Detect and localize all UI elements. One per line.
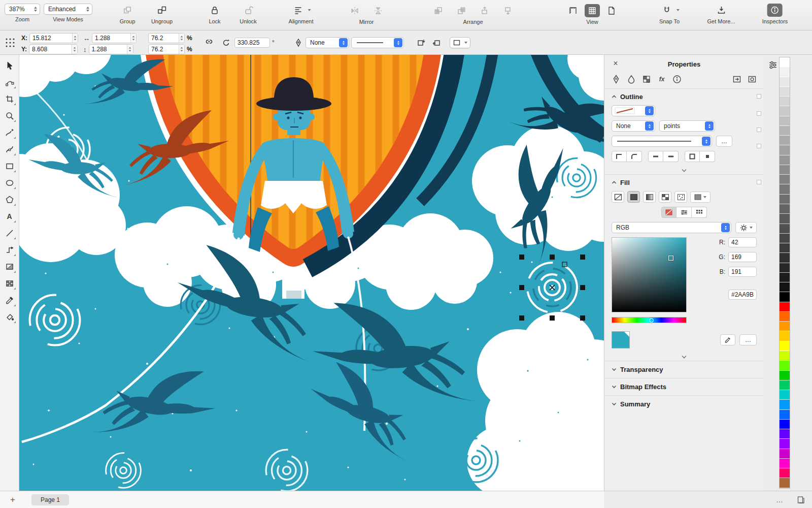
frame-icon-button[interactable] [730, 73, 743, 85]
palette-swatch[interactable] [780, 204, 790, 214]
canvas[interactable] [19, 55, 604, 491]
palette-swatch[interactable] [780, 234, 790, 243]
palette-swatch[interactable] [780, 351, 790, 361]
to-front-button[interactable] [477, 4, 492, 17]
powerclip-icon-button[interactable] [746, 73, 759, 85]
color-sliders-button[interactable] [676, 207, 692, 218]
palette-swatch[interactable] [780, 97, 790, 106]
palette-swatch[interactable] [780, 126, 790, 136]
ellipse-tool[interactable] [2, 175, 17, 190]
palette-swatch[interactable] [780, 371, 790, 380]
pattern-fill-button[interactable] [659, 191, 671, 203]
bitmap-effects-section-header[interactable]: Bitmap Effects [604, 378, 764, 395]
stepper-arrows[interactable] [72, 45, 77, 54]
palette-swatch[interactable] [780, 57, 790, 67]
palette-swatch[interactable] [780, 263, 790, 273]
lock-button[interactable] [207, 4, 222, 17]
palette-swatch[interactable] [780, 400, 790, 409]
mesh-fill-tool[interactable] [2, 275, 17, 291]
document-status-icon[interactable] [797, 496, 805, 504]
inspector-settings-button[interactable] [767, 59, 779, 71]
fill-options-popup[interactable] [690, 192, 710, 203]
color-view-toggle[interactable] [661, 207, 707, 218]
interactive-fill-tool[interactable] [2, 259, 17, 274]
group-button[interactable] [120, 4, 135, 17]
palette-swatch[interactable] [780, 282, 790, 292]
connector-tool[interactable] [2, 242, 17, 258]
color-field-cursor[interactable] [668, 256, 673, 261]
selection-handle[interactable] [580, 285, 585, 290]
outline-tab[interactable] [610, 73, 623, 85]
palette-swatch[interactable] [780, 302, 790, 312]
unlock-button[interactable] [241, 4, 256, 17]
scale-height-input[interactable] [149, 46, 179, 53]
text-tool[interactable]: A [2, 208, 17, 224]
line-tool[interactable] [2, 225, 17, 241]
mirror-horizontal-button[interactable] [347, 4, 362, 17]
color-model-popup[interactable]: RGB [612, 222, 731, 233]
page-options-popup[interactable] [450, 37, 470, 48]
palette-swatch[interactable] [780, 361, 790, 370]
scale-width-field[interactable] [148, 33, 185, 43]
palette-swatch[interactable] [780, 449, 790, 459]
palette-swatch[interactable] [780, 214, 790, 224]
add-page-button[interactable]: + [7, 495, 18, 505]
color-viewers-button[interactable] [661, 207, 676, 218]
hue-slider[interactable] [612, 317, 687, 323]
outline-line-style-popup[interactable] [612, 136, 712, 147]
fill-more-button[interactable]: … [739, 334, 757, 345]
pick-tool[interactable] [2, 57, 17, 73]
wrap-behind-button[interactable] [415, 37, 427, 48]
transparency-tab[interactable] [640, 73, 653, 85]
palette-swatch[interactable] [780, 243, 790, 253]
no-fill-button[interactable] [612, 191, 624, 203]
outline-units-popup[interactable]: points [659, 120, 715, 132]
color-palettes-button[interactable] [692, 207, 707, 218]
page-view-button[interactable] [604, 4, 619, 17]
y-position-input[interactable] [29, 46, 72, 53]
object-width-input[interactable] [92, 35, 130, 42]
outline-outside-button[interactable] [685, 151, 700, 162]
alignment-button[interactable] [291, 4, 306, 17]
shape-tool[interactable] [2, 74, 17, 90]
hue-slider-marker[interactable] [649, 318, 654, 323]
stepper-arrows[interactable] [179, 45, 184, 54]
inspectors-button[interactable] [767, 4, 783, 17]
r-input[interactable] [729, 239, 756, 246]
rulers-view-button[interactable] [565, 4, 581, 17]
round-corner-button[interactable] [627, 151, 642, 162]
palette-swatch[interactable] [780, 429, 790, 439]
info-tab[interactable] [670, 73, 684, 85]
selection-handle[interactable] [580, 315, 585, 321]
stepper-arrows[interactable] [130, 34, 136, 43]
hex-field[interactable] [728, 290, 757, 300]
send-backward-button[interactable] [454, 4, 469, 17]
palette-swatch[interactable] [780, 273, 790, 282]
color-settings-popup[interactable] [735, 222, 757, 233]
current-color-swatch[interactable] [612, 331, 630, 348]
palette-swatch[interactable] [780, 87, 790, 97]
palette-swatch[interactable] [780, 380, 790, 390]
stepper-arrows[interactable] [127, 45, 132, 54]
snap-to-button[interactable] [659, 4, 674, 17]
ungroup-button[interactable] [154, 4, 170, 17]
y-position-field[interactable] [29, 44, 78, 54]
palette-swatch[interactable] [780, 77, 790, 87]
freehand-tool[interactable] [2, 124, 17, 140]
palette-swatch[interactable] [780, 312, 790, 322]
palette-swatch[interactable] [780, 478, 790, 488]
close-icon[interactable]: × [611, 58, 621, 69]
palette-swatch[interactable] [780, 224, 790, 234]
texture-fill-button[interactable] [674, 191, 687, 203]
g-field[interactable] [728, 252, 757, 262]
view-modes-popup[interactable]: Enhanced [44, 4, 92, 15]
fill-tab[interactable] [625, 73, 638, 85]
object-width-field[interactable] [92, 33, 137, 43]
palette-swatch[interactable] [780, 410, 790, 420]
page-tab[interactable]: Page 1 [31, 494, 69, 505]
palette-swatch[interactable] [780, 390, 790, 400]
transparency-section-header[interactable]: Transparency [604, 361, 764, 378]
palette-swatch[interactable] [780, 253, 790, 263]
palette-swatch[interactable] [780, 195, 790, 204]
palette-swatch[interactable] [780, 155, 790, 165]
